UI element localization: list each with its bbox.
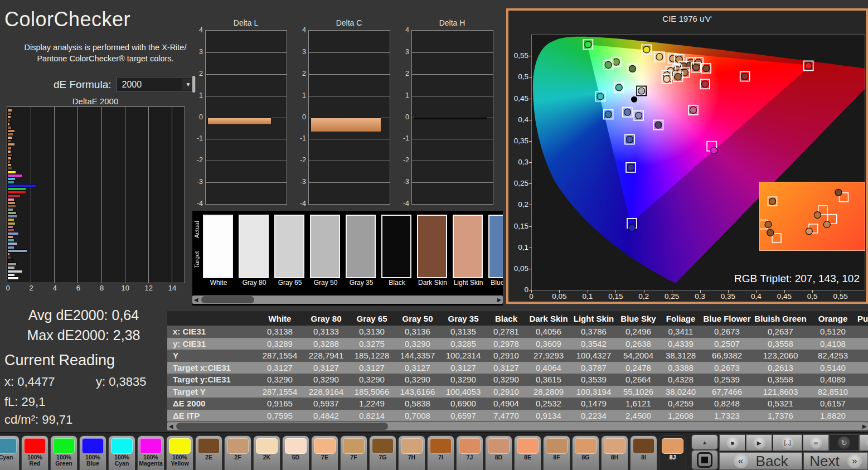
color-swatch[interactable]	[453, 215, 483, 278]
pattern-tile-8j[interactable]: 8J	[659, 435, 686, 470]
table-cell: 0,6597	[440, 411, 486, 420]
color-swatch[interactable]	[203, 215, 233, 278]
table-cell: 0,2781	[486, 327, 526, 336]
cie-diagram-panel[interactable]: CIE 1976 u'v' 00,050,10,150,20,250,30,35…	[506, 8, 868, 304]
table-cell: 82,8510	[808, 387, 857, 396]
row-label: y: CIE31	[167, 339, 256, 348]
tile-label: 8I	[631, 454, 657, 461]
current-y-value: y: 0,3835	[96, 375, 147, 389]
pattern-tile-7j[interactable]: 7J	[456, 435, 483, 470]
pattern-tile-2k[interactable]: 2K	[253, 435, 280, 470]
tile-scroll-up-button[interactable]: ▲	[691, 434, 718, 450]
axis-tick-label: 2	[191, 70, 203, 77]
color-swatch[interactable]	[381, 215, 411, 278]
refresh-button[interactable]: ↻	[830, 434, 859, 451]
pattern-display-button[interactable]	[691, 450, 718, 470]
table-cell: 100,4053	[440, 387, 486, 396]
pattern-tile-100-cyan[interactable]: 100% Cyan	[108, 435, 135, 470]
table-cell: 0,3615	[526, 375, 571, 384]
pattern-tile-8f[interactable]: 8F	[543, 435, 570, 470]
pattern-tile-8e[interactable]: 8E	[514, 435, 541, 470]
table-cell: 0,6900	[440, 399, 486, 408]
pattern-tile-7h[interactable]: 7H	[398, 435, 425, 470]
continuous-button[interactable]: ∞	[803, 434, 829, 451]
color-chip	[488, 438, 510, 454]
table-cell: 100,2314	[440, 351, 486, 360]
pattern-tile-100-yellow[interactable]: 100% Yellow	[166, 435, 193, 470]
pattern-tile-100-green[interactable]: 100% Green	[50, 435, 77, 470]
pattern-tile-7i[interactable]: 7I	[427, 435, 454, 470]
table-cell: 0,2673	[701, 363, 753, 372]
mini-chart-title: Delta L	[205, 18, 287, 27]
pattern-tile-8h[interactable]: 8H	[601, 435, 628, 470]
pattern-tile-100-blue[interactable]: 100% Blue	[79, 435, 106, 470]
table-cell: 66,9382	[701, 351, 753, 360]
splitter-handle[interactable]	[192, 76, 195, 93]
table-row: Target Y287,1554228,9164185,5066143,6166…	[167, 386, 868, 398]
pattern-tile-cyan[interactable]: Cyan	[0, 435, 20, 470]
color-swatch[interactable]	[274, 215, 304, 278]
pattern-tile-2f[interactable]: 2F	[224, 435, 251, 470]
table-scrollbar-thumb[interactable]	[176, 423, 388, 430]
deltae-bar	[7, 253, 10, 256]
pattern-tile-7g[interactable]: 7G	[369, 435, 396, 470]
cie-measured-point	[703, 65, 710, 72]
cie-measured-point	[613, 59, 619, 65]
colorchecker-window: ColorChecker Display analysis is perform…	[0, 0, 868, 470]
table-cell: 0,5838	[395, 399, 440, 408]
table-cell: 0,3542	[571, 339, 617, 348]
axis-tick	[529, 205, 532, 205]
color-swatch[interactable]	[346, 215, 376, 278]
pattern-tile-8i[interactable]: 8I	[630, 435, 657, 470]
table-cell: 0,3388	[660, 363, 701, 372]
scroll-left-icon[interactable]: ◀	[167, 422, 174, 430]
table-row: ΔE ITP0,75950,48420,82140,70080,65977,47…	[167, 410, 868, 422]
pattern-tile-7e[interactable]: 7E	[311, 435, 338, 470]
pattern-tile-100-magenta[interactable]: 100% Magenta	[137, 435, 164, 470]
pattern-tile-2e[interactable]: 2E	[195, 435, 222, 470]
pattern-tile-7f[interactable]: 7F	[340, 435, 367, 470]
pattern-tile-100-red[interactable]: 100% Red	[21, 435, 49, 470]
pattern-window-button[interactable]: [‥]	[773, 434, 802, 451]
swatch-scrollbar[interactable]: ◀▶	[192, 295, 503, 304]
delta-bar	[207, 118, 271, 125]
deltae-bar	[7, 273, 15, 277]
de-formula-label: dE Formula:	[54, 79, 111, 91]
scroll-right-icon[interactable]: ▶	[496, 295, 503, 304]
color-swatch[interactable]	[488, 215, 503, 278]
axis-tick-label: -1	[191, 134, 203, 142]
color-swatch[interactable]	[239, 215, 269, 278]
stop-button[interactable]: ■	[719, 434, 745, 451]
table-cell: 0,3127	[303, 363, 349, 372]
axis-tick-label: 0,05	[510, 264, 528, 273]
scroll-right-icon[interactable]: ▶	[861, 422, 868, 430]
next-button[interactable]: Next»	[803, 452, 868, 470]
play-button[interactable]: ▶	[746, 434, 772, 451]
deltae-bar	[7, 218, 14, 221]
pattern-tile-5d[interactable]: 5D	[282, 435, 309, 470]
de-formula-dropdown[interactable]: 2000 ▼	[117, 77, 196, 92]
swatch-scrollbar-thumb[interactable]	[201, 296, 254, 303]
table-scrollbar[interactable]: ◀ ▶	[167, 422, 868, 430]
gridline	[309, 74, 390, 75]
axis-tick-label: 0,25	[665, 292, 679, 301]
pattern-tile-8g[interactable]: 8G	[572, 435, 599, 470]
pattern-tile-8d[interactable]: 8D	[485, 435, 512, 470]
color-chip	[372, 438, 394, 454]
axis-tick-label: 0	[529, 292, 534, 301]
blank-button[interactable]	[859, 434, 868, 451]
swatch-label: Light Skin	[453, 279, 484, 287]
color-chip	[343, 438, 365, 454]
current-reading-label: Current Reading	[4, 352, 115, 369]
back-button[interactable]: «Back	[719, 452, 802, 470]
table-cell: 0,1897	[857, 375, 868, 384]
color-swatch[interactable]	[310, 215, 340, 278]
color-swatch[interactable]	[417, 215, 447, 278]
cie-measured-point	[765, 221, 772, 228]
tile-label: 100% Green	[51, 454, 77, 467]
scroll-left-icon[interactable]: ◀	[192, 295, 200, 304]
axis-tick-label: 2	[294, 70, 306, 77]
table-row: Target x:CIE310,31270,31270,31270,31270,…	[167, 362, 868, 374]
axis-tick-label: 2	[30, 284, 33, 292]
tile-label: 8H	[602, 454, 628, 461]
